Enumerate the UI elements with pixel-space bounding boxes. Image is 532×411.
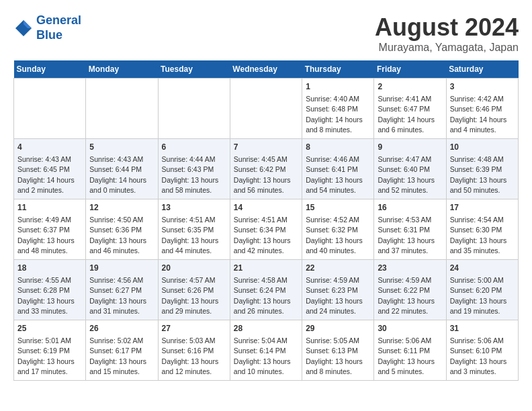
calendar-cell: 14Sunrise: 4:51 AM Sunset: 6:34 PM Dayli…	[230, 199, 302, 260]
weekday-header-tuesday: Tuesday	[158, 60, 230, 79]
day-info: Sunrise: 4:48 AM Sunset: 6:39 PM Dayligh…	[450, 155, 507, 194]
subtitle: Murayama, Yamagata, Japan	[375, 42, 519, 54]
calendar-cell: 28Sunrise: 5:04 AM Sunset: 6:14 PM Dayli…	[230, 320, 302, 381]
day-info: Sunrise: 5:00 AM Sunset: 6:20 PM Dayligh…	[450, 276, 507, 315]
calendar-cell	[86, 79, 158, 139]
calendar-cell: 4Sunrise: 4:43 AM Sunset: 6:45 PM Daylig…	[14, 139, 86, 199]
calendar-cell: 8Sunrise: 4:46 AM Sunset: 6:41 PM Daylig…	[302, 139, 374, 199]
calendar-header-row: SundayMondayTuesdayWednesdayThursdayFrid…	[14, 60, 519, 79]
day-info: Sunrise: 4:59 AM Sunset: 6:22 PM Dayligh…	[378, 276, 435, 315]
logo-icon	[13, 18, 34, 38]
day-number: 26	[89, 323, 154, 334]
weekday-header-friday: Friday	[374, 60, 446, 79]
logo-line1: General	[36, 13, 81, 27]
day-number: 4	[17, 142, 82, 153]
calendar-cell	[158, 79, 230, 139]
day-number: 3	[450, 81, 515, 93]
day-info: Sunrise: 4:59 AM Sunset: 6:23 PM Dayligh…	[306, 276, 363, 315]
calendar-cell	[14, 79, 86, 139]
day-number: 5	[89, 142, 154, 153]
calendar-week-row: 4Sunrise: 4:43 AM Sunset: 6:45 PM Daylig…	[14, 139, 519, 199]
calendar-cell: 10Sunrise: 4:48 AM Sunset: 6:39 PM Dayli…	[446, 139, 518, 199]
page-header: General Blue August 2024 Murayama, Yamag…	[13, 13, 519, 54]
weekday-header-saturday: Saturday	[446, 60, 518, 79]
day-info: Sunrise: 4:54 AM Sunset: 6:30 PM Dayligh…	[450, 216, 507, 255]
main-title: August 2024	[375, 13, 519, 42]
weekday-header-wednesday: Wednesday	[230, 60, 302, 79]
calendar-cell: 3Sunrise: 4:42 AM Sunset: 6:46 PM Daylig…	[446, 79, 518, 139]
day-info: Sunrise: 5:04 AM Sunset: 6:14 PM Dayligh…	[234, 336, 291, 375]
day-info: Sunrise: 4:40 AM Sunset: 6:48 PM Dayligh…	[306, 95, 363, 134]
calendar-cell: 29Sunrise: 5:05 AM Sunset: 6:13 PM Dayli…	[302, 320, 374, 381]
day-number: 8	[306, 142, 370, 153]
day-number: 31	[450, 323, 515, 334]
calendar-cell: 19Sunrise: 4:56 AM Sunset: 6:27 PM Dayli…	[86, 260, 158, 320]
day-number: 7	[234, 142, 298, 153]
calendar-table: SundayMondayTuesdayWednesdayThursdayFrid…	[13, 60, 519, 381]
calendar-week-row: 18Sunrise: 4:55 AM Sunset: 6:28 PM Dayli…	[14, 260, 519, 320]
logo-line2: Blue	[36, 28, 62, 42]
day-number: 22	[306, 263, 370, 274]
weekday-header-monday: Monday	[86, 60, 158, 79]
day-info: Sunrise: 4:58 AM Sunset: 6:24 PM Dayligh…	[234, 276, 291, 315]
day-info: Sunrise: 5:01 AM Sunset: 6:19 PM Dayligh…	[17, 336, 75, 375]
day-info: Sunrise: 4:43 AM Sunset: 6:44 PM Dayligh…	[89, 155, 146, 194]
day-info: Sunrise: 4:44 AM Sunset: 6:43 PM Dayligh…	[162, 155, 219, 194]
calendar-cell: 1Sunrise: 4:40 AM Sunset: 6:48 PM Daylig…	[302, 79, 374, 139]
day-number: 15	[306, 202, 370, 214]
day-number: 18	[17, 263, 82, 274]
day-number: 13	[162, 202, 226, 214]
day-number: 14	[234, 202, 298, 214]
calendar-week-row: 1Sunrise: 4:40 AM Sunset: 6:48 PM Daylig…	[14, 79, 519, 139]
day-number: 21	[234, 263, 298, 274]
weekday-header-sunday: Sunday	[14, 60, 86, 79]
day-info: Sunrise: 4:57 AM Sunset: 6:26 PM Dayligh…	[162, 276, 219, 315]
calendar-cell: 17Sunrise: 4:54 AM Sunset: 6:30 PM Dayli…	[446, 199, 518, 260]
calendar-cell: 18Sunrise: 4:55 AM Sunset: 6:28 PM Dayli…	[14, 260, 86, 320]
day-number: 17	[450, 202, 515, 214]
day-info: Sunrise: 4:55 AM Sunset: 6:28 PM Dayligh…	[17, 276, 75, 315]
calendar-cell: 20Sunrise: 4:57 AM Sunset: 6:26 PM Dayli…	[158, 260, 230, 320]
calendar-body: 1Sunrise: 4:40 AM Sunset: 6:48 PM Daylig…	[14, 79, 519, 381]
day-info: Sunrise: 4:47 AM Sunset: 6:40 PM Dayligh…	[378, 155, 435, 194]
calendar-cell: 21Sunrise: 4:58 AM Sunset: 6:24 PM Dayli…	[230, 260, 302, 320]
calendar-cell: 25Sunrise: 5:01 AM Sunset: 6:19 PM Dayli…	[14, 320, 86, 381]
calendar-cell: 15Sunrise: 4:52 AM Sunset: 6:32 PM Dayli…	[302, 199, 374, 260]
day-info: Sunrise: 5:02 AM Sunset: 6:17 PM Dayligh…	[89, 336, 146, 375]
calendar-cell: 12Sunrise: 4:50 AM Sunset: 6:36 PM Dayli…	[86, 199, 158, 260]
calendar-cell: 2Sunrise: 4:41 AM Sunset: 6:47 PM Daylig…	[374, 79, 446, 139]
calendar-week-row: 25Sunrise: 5:01 AM Sunset: 6:19 PM Dayli…	[14, 320, 519, 381]
day-number: 25	[17, 323, 82, 334]
calendar-cell: 11Sunrise: 4:49 AM Sunset: 6:37 PM Dayli…	[14, 199, 86, 260]
day-number: 20	[162, 263, 226, 274]
day-info: Sunrise: 4:43 AM Sunset: 6:45 PM Dayligh…	[17, 155, 75, 194]
day-number: 27	[162, 323, 226, 334]
calendar-cell: 16Sunrise: 4:53 AM Sunset: 6:31 PM Dayli…	[374, 199, 446, 260]
calendar-cell: 5Sunrise: 4:43 AM Sunset: 6:44 PM Daylig…	[86, 139, 158, 199]
day-number: 28	[234, 323, 298, 334]
day-info: Sunrise: 4:49 AM Sunset: 6:37 PM Dayligh…	[17, 216, 75, 255]
day-number: 1	[306, 81, 370, 93]
day-info: Sunrise: 4:50 AM Sunset: 6:36 PM Dayligh…	[89, 216, 146, 255]
day-info: Sunrise: 4:56 AM Sunset: 6:27 PM Dayligh…	[89, 276, 146, 315]
calendar-cell: 7Sunrise: 4:45 AM Sunset: 6:42 PM Daylig…	[230, 139, 302, 199]
calendar-cell: 26Sunrise: 5:02 AM Sunset: 6:17 PM Dayli…	[86, 320, 158, 381]
weekday-header-thursday: Thursday	[302, 60, 374, 79]
day-info: Sunrise: 4:45 AM Sunset: 6:42 PM Dayligh…	[234, 155, 291, 194]
calendar-cell: 27Sunrise: 5:03 AM Sunset: 6:16 PM Dayli…	[158, 320, 230, 381]
day-number: 23	[378, 263, 442, 274]
day-number: 30	[378, 323, 442, 334]
calendar-week-row: 11Sunrise: 4:49 AM Sunset: 6:37 PM Dayli…	[14, 199, 519, 260]
day-info: Sunrise: 4:53 AM Sunset: 6:31 PM Dayligh…	[378, 216, 435, 255]
calendar-cell: 6Sunrise: 4:44 AM Sunset: 6:43 PM Daylig…	[158, 139, 230, 199]
day-info: Sunrise: 4:46 AM Sunset: 6:41 PM Dayligh…	[306, 155, 363, 194]
day-number: 2	[378, 81, 442, 93]
calendar-cell: 9Sunrise: 4:47 AM Sunset: 6:40 PM Daylig…	[374, 139, 446, 199]
day-info: Sunrise: 4:51 AM Sunset: 6:35 PM Dayligh…	[162, 216, 219, 255]
calendar-cell: 23Sunrise: 4:59 AM Sunset: 6:22 PM Dayli…	[374, 260, 446, 320]
day-number: 16	[378, 202, 442, 214]
logo-text: General Blue	[36, 13, 81, 42]
day-number: 9	[378, 142, 442, 153]
day-info: Sunrise: 4:42 AM Sunset: 6:46 PM Dayligh…	[450, 95, 507, 134]
day-number: 6	[162, 142, 226, 153]
